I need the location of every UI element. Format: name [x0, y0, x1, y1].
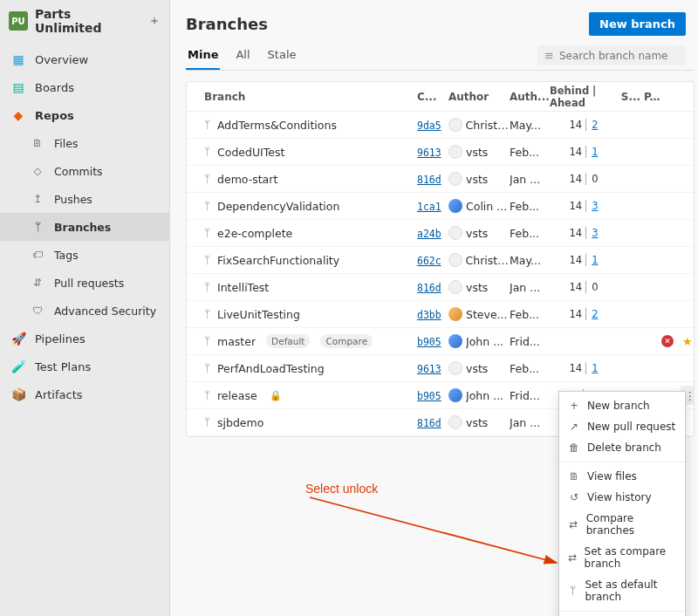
ahead-count[interactable]: 3	[588, 200, 598, 212]
search-wrapper[interactable]: ≡	[537, 45, 686, 65]
sidebar-item-testplans[interactable]: 🧪Test Plans	[0, 352, 169, 380]
commit-link[interactable]: 9613	[417, 363, 441, 375]
favorite-star-icon[interactable]: ★	[682, 335, 693, 348]
ctx-set-as-default-branch[interactable]: ᛘSet as default branch	[559, 574, 685, 607]
sidebar-item-overview[interactable]: ▦Overview	[0, 45, 169, 73]
branch-name[interactable]: demo-start	[217, 173, 277, 186]
avatar-icon	[448, 172, 462, 186]
table-row[interactable]: ᛘ IntelliTest 816d vsts Jan ... 140	[187, 274, 694, 301]
table-row[interactable]: ᛘ AddTerms&Conditions 9da5 Christi... Ma…	[187, 112, 694, 139]
page-title: Branches	[186, 15, 268, 33]
ctx-icon: 🗎	[568, 470, 580, 483]
branch-name[interactable]: AddTerms&Conditions	[217, 119, 337, 132]
col-h-pr[interactable]: P...	[644, 91, 661, 103]
table-row[interactable]: ᛘ LiveUnitTesting d3bb Steve... Feb... 1…	[187, 301, 694, 328]
ctx-compare-branches[interactable]: ⇄Compare branches	[559, 508, 685, 541]
table-row[interactable]: ᛘ DependencyValidation 1ca1 Colin ... Fe…	[187, 193, 694, 220]
sidebar-item-artifacts[interactable]: 📦Artifacts	[0, 380, 169, 408]
ahead-count: 0	[588, 173, 598, 185]
table-row[interactable]: ᛘ CodedUITest 9613 vsts Feb... 141	[187, 139, 694, 166]
table-row[interactable]: ᛘ master DefaultCompare b905 John ... Fr…	[187, 328, 694, 355]
ctx-new-branch[interactable]: +New branch	[559, 395, 685, 416]
search-input[interactable]	[559, 50, 690, 62]
avatar-icon	[448, 388, 462, 402]
author-name: Colin ...	[466, 200, 507, 213]
tab-all[interactable]: All	[234, 41, 251, 70]
commit-link[interactable]: 816d	[417, 417, 441, 429]
authored-date: Jan ...	[510, 173, 550, 186]
col-h-commit[interactable]: C...	[417, 91, 448, 103]
branch-name[interactable]: FixSearchFunctionality	[217, 254, 339, 267]
ctx-delete-branch[interactable]: 🗑Delete branch	[559, 437, 685, 458]
avatar-icon	[448, 280, 462, 294]
col-h-author[interactable]: Author	[448, 91, 510, 103]
sidebar-item-repos[interactable]: ◆Repos	[0, 101, 169, 129]
project-header[interactable]: PU Parts Unlimited ＋	[0, 0, 169, 42]
sidebar-sub-advanced-security[interactable]: 🛡Advanced Security	[0, 297, 169, 325]
commit-link[interactable]: 9613	[417, 147, 441, 159]
nav-sub-label: Commits	[54, 165, 103, 178]
tab-stale[interactable]: Stale	[266, 41, 298, 70]
branch-name[interactable]: sjbdemo	[217, 416, 263, 429]
sidebar-sub-branches[interactable]: ᛘBranches	[0, 213, 169, 241]
sidebar-sub-commits[interactable]: ◇Commits	[0, 157, 169, 185]
commit-link[interactable]: a24b	[417, 228, 441, 240]
ctx-view-files[interactable]: 🗎View files	[559, 466, 685, 487]
branch-name[interactable]: e2e-complete	[217, 227, 292, 240]
sidebar-item-boards[interactable]: ▤Boards	[0, 73, 169, 101]
branch-name[interactable]: master	[217, 335, 256, 348]
branch-name[interactable]: CodedUITest	[217, 146, 284, 159]
col-h-date[interactable]: Auth...	[510, 91, 550, 103]
table-row[interactable]: ᛘ e2e-complete a24b vsts Feb... 143	[187, 220, 694, 247]
table-row[interactable]: ᛘ demo-start 816d vsts Jan ... 140	[187, 166, 694, 193]
ctx-view-history[interactable]: ↺View history	[559, 487, 685, 508]
ahead-count[interactable]: 3	[588, 227, 598, 239]
ahead-count[interactable]: 2	[588, 308, 598, 320]
add-project-icon[interactable]: ＋	[148, 13, 161, 29]
branch-context-menu: +New branch↗New pull request🗑Delete bran…	[558, 391, 686, 616]
author-name: vsts	[466, 281, 488, 294]
branch-name[interactable]: PerfAndLoadTesting	[217, 362, 325, 375]
status-fail-icon[interactable]: ✕	[661, 335, 674, 347]
branch-name[interactable]: release	[217, 389, 257, 402]
commit-link[interactable]: 662c	[417, 255, 441, 267]
ctx-new-pull-request[interactable]: ↗New pull request	[559, 416, 685, 437]
ahead-count[interactable]: 1	[588, 362, 598, 374]
col-h-branch[interactable]: Branch	[195, 91, 417, 103]
tab-mine[interactable]: Mine	[186, 41, 220, 70]
branch-name[interactable]: DependencyValidation	[217, 200, 339, 213]
sidebar-sub-pull-requests[interactable]: ⇵Pull requests	[0, 269, 169, 297]
sidebar-sub-tags[interactable]: 🏷Tags	[0, 241, 169, 269]
branch-name[interactable]: IntelliTest	[217, 281, 269, 294]
sidebar-sub-files[interactable]: 🗎Files	[0, 129, 169, 157]
nav-sub-label: Advanced Security	[54, 305, 156, 318]
ahead-count[interactable]: 1	[588, 254, 598, 266]
commit-link[interactable]: 9da5	[417, 120, 441, 132]
branch-name[interactable]: LiveUnitTesting	[217, 308, 300, 321]
ctx-set-as-compare-branch[interactable]: ⇄Set as compare branch	[559, 541, 685, 574]
table-row[interactable]: ᛘ PerfAndLoadTesting 9613 vsts Feb... 14…	[187, 355, 694, 382]
commit-link[interactable]: b905	[417, 336, 441, 348]
author-name: vsts	[466, 362, 488, 375]
sidebar-item-pipelines[interactable]: 🚀Pipelines	[0, 325, 169, 352]
new-branch-button[interactable]: New branch	[589, 12, 686, 36]
sidebar-sub-pushes[interactable]: ↥Pushes	[0, 185, 169, 213]
sub-icon: 🛡	[30, 303, 45, 318]
ctx-label: Set as compare branch	[585, 545, 676, 570]
branch-icon: ᛘ	[204, 173, 210, 185]
branch-icon: ᛘ	[204, 308, 210, 320]
nav-sub-label: Tags	[54, 249, 79, 262]
col-h-status[interactable]: S...	[618, 91, 644, 103]
avatar-icon	[448, 145, 462, 159]
commit-link[interactable]: 1ca1	[417, 201, 441, 213]
ahead-count[interactable]: 1	[588, 146, 598, 158]
table-row[interactable]: ᛘ FixSearchFunctionality 662c Christi...…	[187, 247, 694, 274]
avatar-icon	[448, 307, 462, 321]
commit-link[interactable]: d3bb	[417, 309, 441, 321]
col-h-ba[interactable]: Behind | Ahead	[550, 85, 618, 109]
avatar-icon	[448, 118, 462, 132]
commit-link[interactable]: 816d	[417, 282, 441, 294]
commit-link[interactable]: b905	[417, 390, 441, 402]
ahead-count[interactable]: 2	[588, 119, 598, 131]
commit-link[interactable]: 816d	[417, 174, 441, 186]
